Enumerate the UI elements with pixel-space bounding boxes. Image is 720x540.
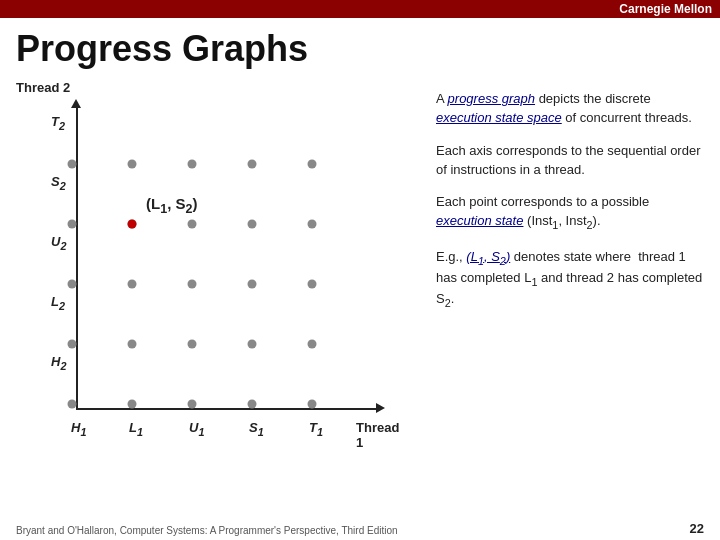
thread2-label: Thread 2 (16, 80, 70, 95)
y-label-T2: T2 (51, 114, 65, 132)
x-label-H1: H1 (71, 420, 86, 438)
page-title: Progress Graphs (16, 28, 704, 70)
y-label-S2: S2 (51, 174, 66, 192)
dot-1-0 (128, 400, 137, 409)
dot-2-4 (188, 160, 197, 169)
x-label-S1: S1 (249, 420, 264, 438)
dot-0-3 (68, 220, 77, 229)
dot-3-2 (248, 280, 257, 289)
dot-1-1 (128, 340, 137, 349)
footer: Bryant and O'Hallaron, Computer Systems:… (16, 521, 704, 536)
dot-3-4 (248, 160, 257, 169)
dot-0-1 (68, 340, 77, 349)
desc-progress-graph: A progress graph depicts the discrete ex… (436, 90, 704, 128)
dot-0-2 (68, 280, 77, 289)
x-axis (76, 408, 376, 410)
text-area: A progress graph depicts the discrete ex… (416, 80, 704, 532)
thread1-label: Thread 1 (356, 420, 399, 450)
dot-0-0 (68, 400, 77, 409)
point-annotation: (L1, S2) (146, 195, 197, 216)
desc-point: Each point corresponds to a possible exe… (436, 193, 704, 233)
dot-4-4 (308, 160, 317, 169)
dot-3-1 (248, 340, 257, 349)
dot-2-1 (188, 340, 197, 349)
x-label-U1: U1 (189, 420, 204, 438)
dot-3-0 (248, 400, 257, 409)
arrow-x-icon (376, 403, 385, 413)
dot-2-3 (188, 220, 197, 229)
main-content: Progress Graphs Thread 2 T2 S2 U2 (0, 18, 720, 536)
arrow-y-icon (71, 99, 81, 108)
dot-2-2 (188, 280, 197, 289)
page-number: 22 (690, 521, 704, 536)
dot-4-0 (308, 400, 317, 409)
dot-0-4 (68, 160, 77, 169)
dot-2-0 (188, 400, 197, 409)
x-label-T1: T1 (309, 420, 323, 438)
dot-3-3 (248, 220, 257, 229)
dot-1-2 (128, 280, 137, 289)
y-label-L2: L2 (51, 294, 65, 312)
citation: Bryant and O'Hallaron, Computer Systems:… (16, 525, 398, 536)
y-label-H2: H2 (51, 354, 66, 372)
graph-area: Thread 2 T2 S2 U2 L2 H2 H1 L (16, 80, 416, 532)
y-axis (76, 108, 78, 408)
desc-example: E.g., (L1, S2) denotes state where threa… (436, 248, 704, 312)
dot-4-1 (308, 340, 317, 349)
content-row: Thread 2 T2 S2 U2 L2 H2 H1 L (16, 80, 704, 532)
dot-4-3 (308, 220, 317, 229)
university-name: Carnegie Mellon (619, 2, 712, 16)
dot-4-2 (308, 280, 317, 289)
dot-1-4 (128, 160, 137, 169)
x-label-L1: L1 (129, 420, 143, 438)
special-dot-L1-S2 (128, 220, 137, 229)
top-bar: Carnegie Mellon (0, 0, 720, 18)
desc-axis: Each axis corresponds to the sequential … (436, 142, 704, 180)
y-label-U2: U2 (51, 234, 66, 252)
